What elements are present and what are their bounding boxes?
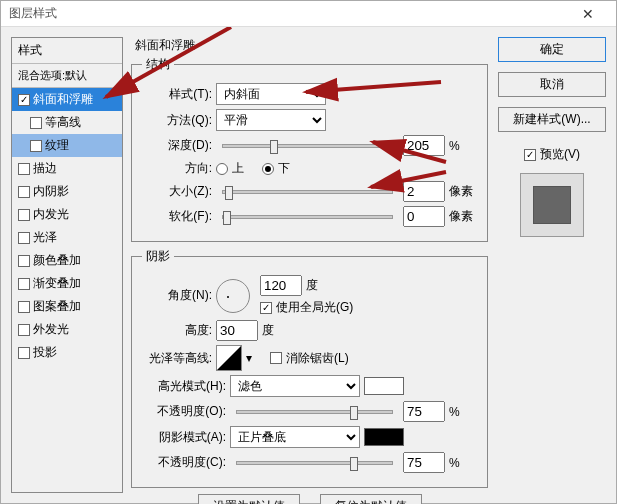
style-label: 内发光 xyxy=(33,206,69,223)
settings-area: 斜面和浮雕 结构 样式(T): 内斜面 方法(Q): 平滑 深度(D): % xyxy=(131,37,488,493)
antialias-label: 消除锯齿(L) xyxy=(286,350,349,367)
technique-label: 方法(Q): xyxy=(142,112,212,129)
style-item-bevel[interactable]: 斜面和浮雕 xyxy=(12,88,122,111)
style-item-satin[interactable]: 光泽 xyxy=(12,226,122,249)
styles-panel: 样式 混合选项:默认 斜面和浮雕 等高线 纹理 描边 内阴影 xyxy=(11,37,123,493)
down-label: 下 xyxy=(278,160,290,177)
styles-header: 样式 xyxy=(12,38,122,64)
ok-button[interactable]: 确定 xyxy=(498,37,606,62)
style-item-gradient-overlay[interactable]: 渐变叠加 xyxy=(12,272,122,295)
altitude-label: 高度: xyxy=(142,322,212,339)
style-item-outer-glow[interactable]: 外发光 xyxy=(12,318,122,341)
make-default-button[interactable]: 设置为默认值 xyxy=(198,494,300,504)
right-column: 确定 取消 新建样式(W)... 预览(V) xyxy=(498,37,606,237)
titlebar: 图层样式 ✕ xyxy=(1,1,616,27)
angle-label: 角度(N): xyxy=(142,287,212,304)
window-title: 图层样式 xyxy=(9,5,568,22)
style-label: 斜面和浮雕 xyxy=(33,91,93,108)
cancel-button[interactable]: 取消 xyxy=(498,72,606,97)
opacity-unit: % xyxy=(449,405,477,419)
reset-default-button[interactable]: 复位为默认值 xyxy=(320,494,422,504)
style-label: 等高线 xyxy=(45,114,81,131)
checkbox-icon[interactable] xyxy=(18,232,30,244)
style-label: 内阴影 xyxy=(33,183,69,200)
style-label: 渐变叠加 xyxy=(33,275,81,292)
depth-input[interactable] xyxy=(403,135,445,156)
style-item-inner-shadow[interactable]: 内阴影 xyxy=(12,180,122,203)
highlight-mode-select[interactable]: 滤色 xyxy=(230,375,360,397)
global-light-label: 使用全局光(G) xyxy=(276,299,353,316)
style-select[interactable]: 内斜面 xyxy=(216,83,326,105)
style-label: 描边 xyxy=(33,160,57,177)
depth-slider[interactable] xyxy=(222,144,393,148)
shadow-opacity-slider[interactable] xyxy=(236,461,393,465)
style-item-stroke[interactable]: 描边 xyxy=(12,157,122,180)
shadow-opacity-input[interactable] xyxy=(403,452,445,473)
bevel-title: 斜面和浮雕 xyxy=(131,37,488,56)
style-label: 颜色叠加 xyxy=(33,252,81,269)
style-item-texture[interactable]: 纹理 xyxy=(12,134,122,157)
highlight-color-swatch[interactable] xyxy=(364,377,404,395)
global-light-checkbox[interactable] xyxy=(260,302,272,314)
checkbox-icon[interactable] xyxy=(18,163,30,175)
highlight-opacity-input[interactable] xyxy=(403,401,445,422)
soften-slider[interactable] xyxy=(222,215,393,219)
opacity-unit2: % xyxy=(449,456,477,470)
technique-select[interactable]: 平滑 xyxy=(216,109,326,131)
style-item-color-overlay[interactable]: 颜色叠加 xyxy=(12,249,122,272)
size-unit: 像素 xyxy=(449,183,477,200)
size-input[interactable] xyxy=(403,181,445,202)
style-item-pattern-overlay[interactable]: 图案叠加 xyxy=(12,295,122,318)
highlight-opacity-slider[interactable] xyxy=(236,410,393,414)
style-item-contour[interactable]: 等高线 xyxy=(12,111,122,134)
angle-input[interactable] xyxy=(260,275,302,296)
style-item-inner-glow[interactable]: 内发光 xyxy=(12,203,122,226)
style-label: 纹理 xyxy=(45,137,69,154)
size-slider[interactable] xyxy=(222,190,393,194)
preview-checkbox[interactable] xyxy=(524,149,536,161)
checkbox-icon[interactable] xyxy=(18,347,30,359)
shadow-color-swatch[interactable] xyxy=(364,428,404,446)
checkbox-icon[interactable] xyxy=(18,94,30,106)
gloss-contour-picker[interactable] xyxy=(216,345,242,371)
altitude-input[interactable] xyxy=(216,320,258,341)
checkbox-icon[interactable] xyxy=(18,255,30,267)
highlight-mode-label: 高光模式(H): xyxy=(142,378,226,395)
checkbox-icon[interactable] xyxy=(30,117,42,129)
shading-legend: 阴影 xyxy=(142,248,174,265)
style-label: 图案叠加 xyxy=(33,298,81,315)
size-label: 大小(Z): xyxy=(142,183,212,200)
shadow-mode-label: 阴影模式(A): xyxy=(142,429,226,446)
style-item-drop-shadow[interactable]: 投影 xyxy=(12,341,122,364)
up-label: 上 xyxy=(232,160,244,177)
gloss-label: 光泽等高线: xyxy=(142,350,212,367)
soften-unit: 像素 xyxy=(449,208,477,225)
structure-legend: 结构 xyxy=(142,56,174,73)
checkbox-icon[interactable] xyxy=(30,140,42,152)
style-label: 光泽 xyxy=(33,229,57,246)
checkbox-icon[interactable] xyxy=(18,278,30,290)
chevron-down-icon[interactable]: ▾ xyxy=(246,351,252,365)
close-icon[interactable]: ✕ xyxy=(568,1,608,27)
direction-down-radio[interactable] xyxy=(262,163,274,175)
angle-unit: 度 xyxy=(306,277,318,294)
checkbox-icon[interactable] xyxy=(18,324,30,336)
new-style-button[interactable]: 新建样式(W)... xyxy=(498,107,606,132)
preview-label: 预览(V) xyxy=(540,146,580,163)
checkbox-icon[interactable] xyxy=(18,209,30,221)
checkbox-icon[interactable] xyxy=(18,301,30,313)
angle-dial[interactable] xyxy=(216,279,250,313)
antialias-checkbox[interactable] xyxy=(270,352,282,364)
direction-label: 方向: xyxy=(142,160,212,177)
shadow-mode-select[interactable]: 正片叠底 xyxy=(230,426,360,448)
soften-label: 软化(F): xyxy=(142,208,212,225)
blend-options[interactable]: 混合选项:默认 xyxy=(12,64,122,88)
direction-up-radio[interactable] xyxy=(216,163,228,175)
layer-style-dialog: 图层样式 ✕ 样式 混合选项:默认 斜面和浮雕 等高线 纹理 描边 xyxy=(0,0,617,504)
highlight-opacity-label: 不透明度(O): xyxy=(142,403,226,420)
soften-input[interactable] xyxy=(403,206,445,227)
altitude-unit: 度 xyxy=(262,322,274,339)
checkbox-icon[interactable] xyxy=(18,186,30,198)
style-label: 投影 xyxy=(33,344,57,361)
depth-unit: % xyxy=(449,139,477,153)
